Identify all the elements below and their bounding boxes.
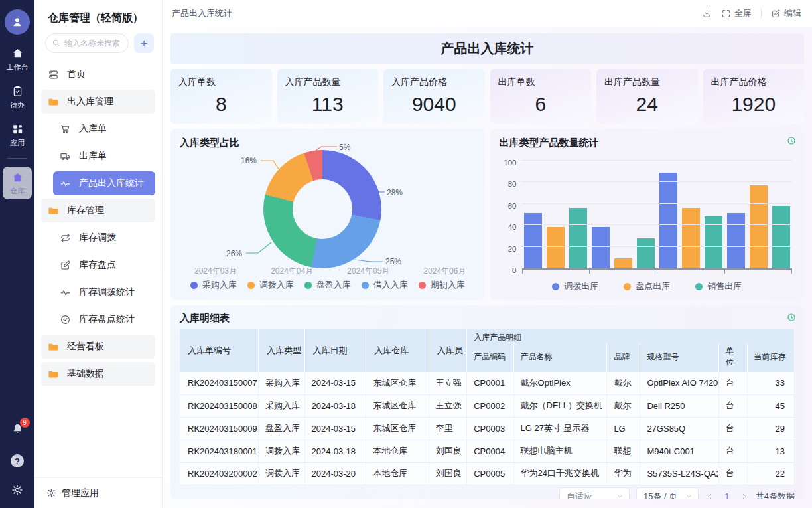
legend-item-盘盈入库[interactable]: 盘盈入库 bbox=[304, 279, 351, 291]
table-cell: 李里 bbox=[429, 417, 466, 440]
rail-item-待办[interactable]: 待办 bbox=[7, 85, 29, 110]
legend-item-借入入库[interactable]: 借入入库 bbox=[362, 279, 408, 291]
page-size-select[interactable]: 15条 / 页 bbox=[636, 487, 699, 500]
table-cell: 联想 bbox=[607, 440, 640, 462]
prev-page-button[interactable] bbox=[705, 491, 715, 499]
notification-badge: 9 bbox=[20, 418, 30, 428]
pulse-icon bbox=[60, 287, 71, 298]
pie-chart-card: 入库类型占比 28%16%26%25%5%2024年03月2024年04月202… bbox=[170, 129, 485, 300]
table-cell: 台 bbox=[718, 462, 747, 485]
stat-label: 出库产品数量 bbox=[604, 76, 690, 88]
menu-item-出库单[interactable]: 出库单 bbox=[53, 144, 155, 168]
gridline bbox=[522, 181, 793, 182]
fullscreen-button[interactable]: 全屏 bbox=[721, 7, 752, 19]
table-cell: 华为24口千兆交换机 bbox=[513, 462, 607, 485]
auto-refresh-icon[interactable] bbox=[787, 313, 796, 322]
menu-item-label: 库存调拨统计 bbox=[79, 286, 135, 298]
fullscreen-icon bbox=[721, 9, 731, 19]
app-title: 仓库管理（轻简版） bbox=[34, 0, 162, 33]
table-cell: 东城区仓库 bbox=[366, 394, 429, 417]
legend-item-采购入库[interactable]: 采购入库 bbox=[190, 279, 237, 291]
table-cell: 戴尔OptiPlex bbox=[513, 372, 607, 394]
rail-item-工作台[interactable]: 工作台 bbox=[7, 47, 29, 72]
bar-盘点出库 bbox=[547, 227, 565, 268]
pie-chart: 28%16%26%25%5%2024年03月2024年04月2024年05月20… bbox=[180, 151, 476, 278]
menu-item-label: 基础数据 bbox=[67, 368, 104, 380]
add-button[interactable]: + bbox=[134, 33, 154, 53]
gridline bbox=[522, 246, 793, 247]
stat-label: 入库产品价格 bbox=[391, 76, 477, 88]
menu-item-库存盘点统计[interactable]: 库存盘点统计 bbox=[53, 307, 155, 331]
table-cell: 2024-03-18 bbox=[304, 440, 366, 462]
total-count-label: 共4条数据 bbox=[756, 491, 795, 500]
stat-value: 113 bbox=[285, 93, 371, 116]
stat-card-出库产品价格: 出库产品价格1920 bbox=[703, 69, 805, 124]
manage-apps-button[interactable]: 管理应用 bbox=[34, 477, 162, 508]
table-row: RK202403200002调拨入库2024-03-20本地仓库刘国良CP000… bbox=[180, 462, 795, 485]
rail-item-label: 应用 bbox=[10, 138, 25, 148]
table-cell: CP0004 bbox=[467, 440, 513, 462]
menu-item-经营看板[interactable]: 经营看板 bbox=[41, 335, 155, 359]
menu-item-库存调拨统计[interactable]: 库存调拨统计 bbox=[53, 280, 155, 304]
inbound-detail-table: 入库单编号入库类型入库日期入库仓库入库员入库产品明细产品编码产品名称品牌规格型号… bbox=[180, 329, 795, 485]
stat-value: 9040 bbox=[391, 93, 477, 116]
bar-group-4 bbox=[724, 162, 792, 268]
user-avatar[interactable] bbox=[5, 9, 30, 35]
help-button[interactable]: ? bbox=[11, 454, 24, 467]
table-cell: 33 bbox=[747, 372, 794, 394]
rail-item-warehouse-active[interactable]: 仓库 bbox=[3, 167, 32, 199]
axis-month-label: 2024年04月 bbox=[271, 266, 313, 277]
menu-item-首页[interactable]: 首页 bbox=[41, 62, 155, 86]
pagination-bar: 自适应 15条 / 页 1 共4条数据 bbox=[180, 487, 795, 500]
auto-refresh-icon[interactable] bbox=[787, 136, 796, 145]
menu-item-入库单[interactable]: 入库单 bbox=[53, 117, 155, 141]
gridline bbox=[522, 160, 793, 161]
bar-盘点出库 bbox=[614, 258, 632, 268]
legend-label: 采购入库 bbox=[202, 279, 237, 291]
cart-icon bbox=[60, 124, 71, 135]
table-row: RK202403180001调拨入库2024-03-18本地仓库刘国良CP000… bbox=[180, 440, 795, 462]
table-cell: 调拨入库 bbox=[259, 462, 304, 485]
notifications-button[interactable]: 9 bbox=[11, 422, 24, 438]
menu-item-产品出入库统计[interactable]: 产品出入库统计 bbox=[53, 171, 155, 195]
stat-label: 入库产品数量 bbox=[285, 76, 371, 88]
table-cell: 东城区仓库 bbox=[366, 372, 429, 394]
table-cell: LG bbox=[607, 417, 640, 440]
x-axis-tick bbox=[724, 270, 725, 274]
pie-axis-labels: 2024年03月2024年04月2024年05月2024年06月 bbox=[194, 266, 466, 277]
rail-item-应用[interactable]: 应用 bbox=[7, 123, 29, 148]
menu-item-label: 库存管理 bbox=[67, 205, 104, 216]
table-title: 入库明细表 bbox=[180, 312, 795, 327]
legend-item-调拨出库[interactable]: 调拨出库 bbox=[552, 280, 598, 292]
menu-item-label: 库存盘点 bbox=[79, 259, 116, 271]
folder-icon bbox=[48, 205, 59, 216]
menu-item-出入库管理[interactable]: 出入库管理 bbox=[41, 90, 155, 114]
menu-item-库存盘点[interactable]: 库存盘点 bbox=[53, 253, 155, 277]
table-header-入库类型: 入库类型 bbox=[259, 329, 304, 372]
gridline bbox=[522, 224, 793, 225]
menu-item-库存管理[interactable]: 库存管理 bbox=[41, 199, 155, 222]
legend-item-盘点出库[interactable]: 盘点出库 bbox=[624, 280, 670, 292]
bar-chart-title: 出库类型产品数量统计 bbox=[500, 137, 795, 151]
legend-item-调拨入库[interactable]: 调拨入库 bbox=[247, 279, 294, 291]
edit-button[interactable]: 编辑 bbox=[771, 7, 801, 19]
legend-item-期初入库[interactable]: 期初入库 bbox=[419, 279, 465, 291]
menu-item-基础数据[interactable]: 基础数据 bbox=[41, 362, 155, 386]
table-cell: 华为 bbox=[607, 462, 640, 485]
download-button[interactable] bbox=[702, 9, 712, 19]
table-cell: CP0002 bbox=[467, 394, 513, 417]
table-cell: 2024-03-15 bbox=[304, 372, 366, 394]
settings-gear-icon[interactable] bbox=[11, 484, 23, 496]
table-cell: 13 bbox=[747, 440, 794, 462]
table-cell: 2024-03-15 bbox=[304, 417, 366, 440]
legend-item-销售出库[interactable]: 销售出库 bbox=[695, 280, 742, 292]
table-cell: Dell R250 bbox=[640, 394, 719, 417]
menu-item-库存调拨[interactable]: 库存调拨 bbox=[53, 226, 155, 250]
fit-mode-select[interactable]: 自适应 bbox=[559, 487, 630, 500]
pie-chart-title: 入库类型占比 bbox=[180, 137, 476, 151]
table-cell: RK202403150009 bbox=[180, 417, 259, 440]
next-page-button[interactable] bbox=[739, 491, 749, 499]
current-page[interactable]: 1 bbox=[724, 491, 730, 500]
bar-盘点出库 bbox=[750, 185, 768, 268]
legend-label: 盘盈入库 bbox=[316, 279, 351, 291]
